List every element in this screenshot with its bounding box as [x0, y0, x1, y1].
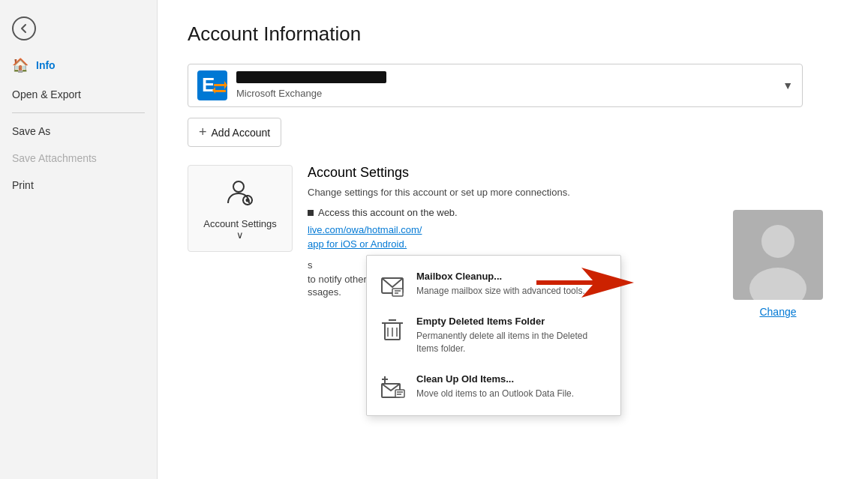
account-selector[interactable]: E Microsoft Exchange ▼	[188, 64, 803, 107]
mailbox-cleanup-icon	[379, 271, 406, 298]
empty-deleted-item[interactable]: Empty Deleted Items Folder Permanently d…	[367, 307, 620, 364]
clean-up-old-title: Clean Up Old Items...	[416, 373, 574, 385]
account-settings-title-label: Account Settings	[203, 218, 277, 229]
account-email-redacted	[236, 71, 386, 83]
sidebar-item-info[interactable]: 🏠 Info	[0, 49, 157, 81]
svg-rect-16	[392, 289, 403, 296]
account-dropdown-arrow: ▼	[782, 79, 793, 91]
home-icon: 🏠	[12, 57, 29, 73]
account-type: Microsoft Exchange	[236, 88, 322, 99]
main-content: Account Information E Microsoft Exchange…	[158, 0, 868, 479]
sidebar-item-open-export[interactable]: Open & Export	[0, 81, 157, 108]
svg-point-8	[246, 199, 250, 202]
svg-point-14	[749, 268, 806, 300]
clean-up-old-item[interactable]: Clean Up Old Items... Move old items to …	[367, 364, 620, 409]
sidebar: 🏠 Info Open & Export Save As Save Attach…	[0, 0, 158, 479]
app-link[interactable]: app for iOS or Android.	[308, 238, 407, 250]
empty-deleted-title: Empty Deleted Items Folder	[416, 316, 608, 327]
sidebar-item-save-as[interactable]: Save As	[0, 118, 157, 145]
sidebar-item-save-attachments-label: Save Attachments	[12, 152, 97, 164]
sidebar-item-save-as-label: Save As	[12, 125, 50, 137]
sidebar-item-print-label: Print	[12, 179, 34, 191]
out-of-office-text: s	[308, 259, 313, 271]
out-of-office-description2: ssages.	[308, 286, 341, 298]
avatar-box	[733, 210, 823, 300]
account-settings-btn-label: Account Settings ∨	[203, 218, 277, 241]
sidebar-divider	[12, 112, 145, 113]
page-title: Account Information	[188, 22, 838, 46]
red-arrow	[536, 264, 634, 304]
plus-icon: +	[199, 124, 207, 140]
svg-rect-2	[214, 84, 226, 86]
svg-rect-4	[214, 90, 226, 92]
bullet-icon	[308, 210, 314, 216]
svg-point-13	[761, 225, 794, 258]
svg-marker-31	[536, 268, 634, 298]
account-settings-heading: Account Settings	[308, 165, 838, 181]
owa-link[interactable]: live.com/owa/hotmail.com/	[308, 224, 422, 235]
sidebar-item-print[interactable]: Print	[0, 172, 157, 199]
sidebar-item-save-attachments: Save Attachments	[0, 145, 157, 172]
avatar-section: Change	[733, 210, 823, 318]
empty-deleted-icon	[379, 316, 406, 343]
sidebar-item-open-export-label: Open & Export	[12, 88, 81, 100]
account-settings-icon-area	[224, 176, 257, 212]
avatar-change-link[interactable]: Change	[759, 306, 796, 318]
svg-text:E: E	[202, 73, 215, 96]
back-circle-icon	[12, 16, 36, 40]
clean-up-old-content: Clean Up Old Items... Move old items to …	[416, 373, 574, 400]
empty-deleted-desc: Permanently delete all items in the Dele…	[416, 330, 608, 355]
clean-up-old-icon	[379, 373, 406, 400]
svg-rect-26	[395, 390, 404, 397]
clean-up-old-desc: Move old items to an Outlook Data File.	[416, 388, 574, 400]
account-settings-description: Change settings for this account or set …	[308, 187, 838, 198]
exchange-icon: E	[197, 70, 227, 100]
account-settings-bullet1: Access this account on the web.	[318, 207, 458, 218]
account-settings-button[interactable]: Account Settings ∨	[188, 165, 293, 252]
back-button[interactable]	[0, 7, 157, 49]
empty-deleted-content: Empty Deleted Items Folder Permanently d…	[416, 316, 608, 355]
add-account-label: Add Account	[212, 127, 271, 139]
account-settings-chevron: ∨	[236, 229, 244, 241]
sidebar-item-info-label: Info	[36, 59, 56, 71]
svg-point-6	[233, 181, 244, 192]
account-info: Microsoft Exchange	[236, 71, 782, 100]
add-account-button[interactable]: + Add Account	[188, 118, 281, 147]
